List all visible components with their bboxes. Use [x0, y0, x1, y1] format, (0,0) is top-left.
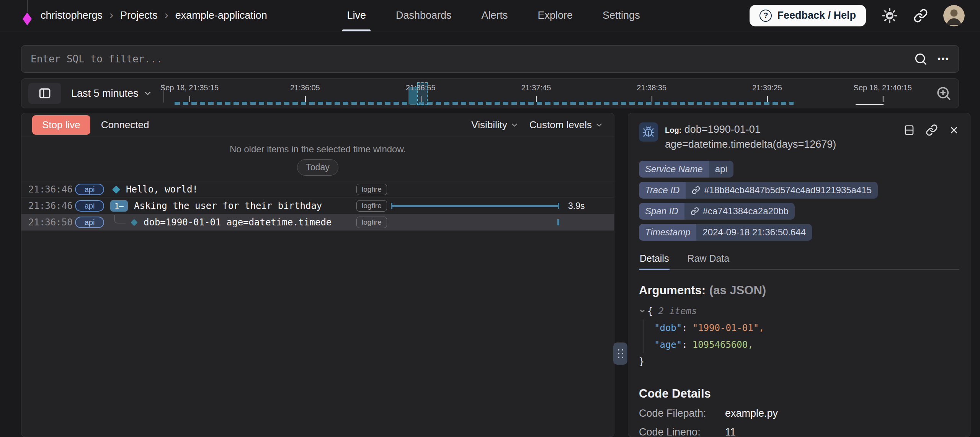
tick-mark: [305, 96, 306, 102]
attribute-value[interactable]: #ca741384ca2a20bb: [684, 203, 795, 220]
details-title-text: dob=1990-01-01 age=datetime.timedelta(da…: [665, 124, 836, 150]
arguments-heading: Arguments:(as JSON): [639, 284, 959, 297]
split-panel-icon[interactable]: [903, 124, 915, 136]
stop-live-button[interactable]: Stop live: [32, 115, 90, 135]
logfire-tag[interactable]: logfire: [356, 217, 387, 228]
json-number-value: 1095465600,: [693, 336, 753, 353]
share-link-button[interactable]: [913, 8, 928, 23]
tab-dashboards[interactable]: Dashboards: [396, 0, 452, 31]
user-avatar[interactable]: [943, 5, 965, 26]
attribute-service-name: Service Name api: [639, 161, 959, 178]
zoom-in-button[interactable]: [936, 85, 952, 101]
empty-window-note: No older items in the selected time wind…: [21, 137, 614, 181]
code-lineno-row: Code Lineno: 11: [639, 426, 959, 437]
code-filepath-row: Code Filepath: example.py: [639, 408, 959, 419]
log-rows: 21:36:46 api Hello, world! logfire 21:36…: [21, 181, 614, 231]
chevron-right-icon: ›: [165, 9, 168, 22]
timeline-tick-label: 21:37:45: [521, 83, 551, 92]
sql-filter-input[interactable]: [21, 46, 959, 72]
custom-levels-dropdown[interactable]: Custom levels: [529, 119, 603, 131]
attribute-value[interactable]: #18b84cb4847b5d574c4ad9121935a415: [686, 182, 878, 199]
sidebar-toggle-button[interactable]: [28, 83, 61, 104]
search-icon[interactable]: [914, 52, 928, 66]
log-row-dob-selected[interactable]: 21:36:50 api dob=1990-01-01 age=datetime…: [21, 214, 614, 231]
panel-resize-handle[interactable]: [613, 342, 627, 365]
json-key: "dob": [654, 320, 682, 336]
tick-mark: [536, 96, 537, 102]
tab-explore[interactable]: Explore: [538, 0, 573, 31]
code-lineno-value: 11: [725, 426, 736, 437]
tab-alerts[interactable]: Alerts: [482, 0, 508, 31]
breadcrumb-projects[interactable]: Projects: [120, 10, 158, 21]
time-range-dropdown[interactable]: Last 5 minutes: [71, 88, 152, 99]
timeline-tick-label: 21:38:35: [637, 83, 666, 92]
tick-mark: [189, 96, 190, 102]
tab-settings[interactable]: Settings: [603, 0, 640, 31]
details-tabs: Details Raw Data: [639, 250, 959, 270]
log-time-tick: [557, 219, 559, 225]
trace-id-value: #18b84cb4847b5d574c4ad9121935a415: [704, 185, 872, 196]
service-badge[interactable]: api: [75, 217, 104, 228]
logfire-tag[interactable]: logfire: [356, 184, 387, 195]
live-header: Stop live Connected Visibility Custom le…: [21, 113, 614, 137]
tick-mark: [421, 96, 421, 102]
logfire-tag[interactable]: logfire: [356, 200, 387, 212]
log-time: 21:36:46: [28, 201, 75, 211]
filter-icons: •••: [914, 46, 949, 72]
tab-explore-label: Explore: [538, 10, 573, 21]
details-header: Log: dob=1990-01-01 age=datetime.timedel…: [639, 122, 959, 152]
copy-link-icon[interactable]: [926, 124, 938, 136]
today-button[interactable]: Today: [297, 159, 338, 176]
visibility-dropdown[interactable]: Visibility: [471, 119, 518, 131]
tab-raw-data[interactable]: Raw Data: [686, 250, 730, 269]
json-entry-dob: "dob":"1990-01-01",: [654, 320, 959, 336]
custom-levels-label: Custom levels: [529, 119, 592, 131]
timeline-histogram[interactable]: Sep 18, 21:35:15 21:36:05 21:36:55 21:37…: [175, 79, 929, 108]
json-key: "age": [654, 336, 682, 353]
main-nav-tabs: Live Dashboards Alerts Explore Settings: [347, 0, 640, 31]
connection-status: Connected: [101, 119, 149, 131]
theme-toggle-button[interactable]: [881, 7, 898, 24]
span-duration-bar[interactable]: [391, 203, 559, 209]
tab-live[interactable]: Live: [347, 0, 366, 31]
close-icon[interactable]: [949, 125, 959, 135]
service-badge[interactable]: api: [75, 200, 104, 212]
timeline-tick-label: 21:39:25: [752, 83, 782, 92]
code-details-section: Code Details Code Filepath: example.py C…: [639, 387, 959, 437]
tab-details[interactable]: Details: [639, 250, 670, 270]
chevron-down-icon[interactable]: [639, 308, 646, 315]
question-circle-icon: ?: [760, 10, 772, 22]
timeline-tick-label: Sep 18, 21:35:15: [160, 83, 219, 92]
attribute-label: Service Name: [639, 161, 709, 178]
logo-stem: [27, 0, 28, 12]
zoom-in-icon: [936, 85, 952, 101]
breadcrumb-org[interactable]: christophergs: [41, 10, 103, 21]
log-diamond-icon: [131, 219, 137, 226]
time-range-bar: Last 5 minutes Sep 18, 21:35:15 21:36:05…: [21, 78, 959, 108]
service-name-value: api: [715, 164, 727, 174]
attribute-label: Timestamp: [639, 224, 696, 241]
json-colon: :: [682, 320, 687, 336]
json-colon: :: [682, 336, 687, 353]
attribute-timestamp: Timestamp 2024-09-18 21:36:50.644: [639, 224, 959, 241]
details-header-actions: [903, 124, 959, 136]
service-badge[interactable]: api: [75, 184, 104, 195]
collapse-children-badge[interactable]: 1–: [110, 200, 128, 212]
logfire-live-view: christophergs › Projects › example-appli…: [0, 0, 980, 437]
link-icon: [692, 186, 700, 194]
span-id-value: #ca741384ca2a20bb: [703, 206, 789, 217]
attribute-value[interactable]: 2024-09-18 21:36:50.644: [696, 224, 812, 241]
json-root-line[interactable]: { 2 items: [639, 303, 959, 320]
logfire-logo[interactable]: [22, 4, 32, 27]
attribute-value[interactable]: api: [709, 161, 733, 178]
log-details-panel: Log: dob=1990-01-01 age=datetime.timedel…: [628, 113, 970, 437]
log-row-hello-world[interactable]: 21:36:46 api Hello, world! logfire: [21, 181, 614, 198]
log-row-asking-birthday[interactable]: 21:36:46 api 1– Asking the user for thei…: [21, 198, 614, 214]
feedback-help-button[interactable]: ? Feedback / Help: [750, 5, 866, 26]
breadcrumb-project[interactable]: example-application: [175, 10, 267, 21]
json-string-value: "1990-01-01",: [693, 320, 764, 336]
log-message: Asking the user for their birthday: [134, 201, 322, 211]
bug-icon: [642, 126, 655, 138]
filter-menu-icon[interactable]: •••: [938, 54, 949, 64]
top-nav: christophergs › Projects › example-appli…: [0, 0, 980, 31]
